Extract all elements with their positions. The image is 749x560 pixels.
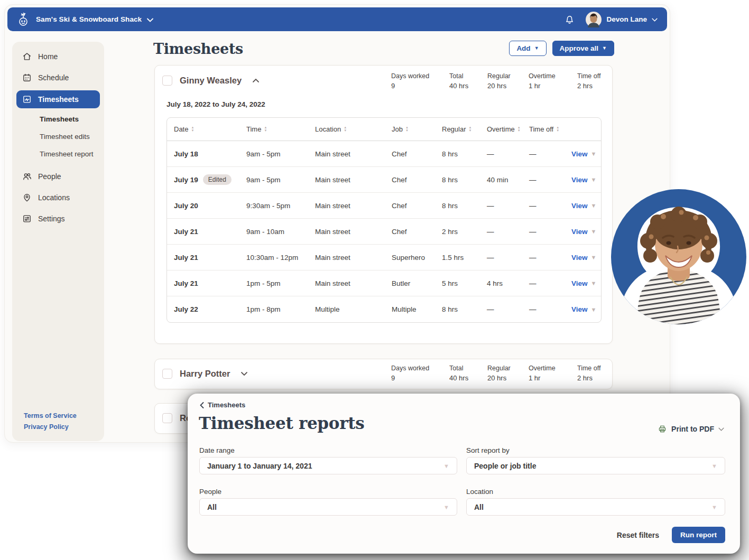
edited-badge: Edited [203, 174, 232, 185]
stat-label: Total [449, 72, 468, 80]
date-range-select[interactable]: January 1 to January 14, 2021▼ [199, 457, 457, 474]
sidebar-item-timesheets[interactable]: Timesheets [16, 90, 100, 108]
run-report-button[interactable]: Run report [672, 527, 725, 543]
approve-all-button[interactable]: Approve all ▼ [552, 41, 614, 56]
field-label-date-range: Date range [199, 446, 235, 454]
sidebar-item-label: Schedule [38, 73, 69, 82]
page-title: Timesheets [153, 41, 243, 57]
notification-bell-icon[interactable] [564, 14, 575, 25]
sort-icon: ▲▼ [264, 126, 267, 132]
sidebar-item-settings[interactable]: Settings [12, 208, 104, 229]
column-header-job[interactable]: Job▲▼ [392, 125, 442, 133]
view-link[interactable]: View [571, 228, 588, 236]
sidebar-item-locations[interactable]: Locations [12, 187, 104, 208]
stat-label: Total [449, 365, 468, 372]
chevron-down-icon[interactable] [241, 371, 248, 376]
employee-photo [611, 189, 746, 324]
stat-value: 1 hr [529, 374, 556, 382]
caret-down-icon: ▼ [711, 504, 717, 510]
chevron-down-icon [718, 427, 724, 431]
table-row: July 20 9:30am - 5pmMain streetChef 8 hr… [167, 193, 601, 219]
column-header-timeoff[interactable]: Time off▲▼ [529, 125, 571, 133]
column-header-time[interactable]: Time▲▼ [246, 125, 315, 133]
column-header-location[interactable]: Location▲▼ [315, 125, 392, 133]
field-label-location: Location [466, 488, 493, 496]
stat-value: 20 hrs [487, 374, 511, 382]
caret-down-icon[interactable]: ▼ [591, 151, 597, 157]
employee-card-harry: Harry Potter Days worked9 Total40 hrs Re… [154, 359, 613, 389]
chevron-up-icon[interactable] [252, 78, 260, 83]
modal-title: Timesheet reports [199, 414, 364, 433]
sort-icon: ▲▼ [469, 126, 472, 132]
column-header-date[interactable]: Date▲▼ [174, 125, 246, 133]
sidebar-item-schedule[interactable]: Schedule [12, 67, 104, 88]
back-to-timesheets-link[interactable]: Timesheets [200, 401, 245, 409]
sidebar-subitem-label: Timesheet report [40, 150, 94, 158]
caret-down-icon[interactable]: ▼ [591, 254, 597, 260]
view-link[interactable]: View [571, 176, 588, 184]
sidebar-item-people[interactable]: People [12, 166, 104, 187]
caret-down-icon: ▼ [711, 463, 717, 469]
sidebar-item-label: Home [38, 52, 58, 61]
sort-icon: ▲▼ [405, 126, 409, 132]
table-row: July 22 1pm - 8pmMultipleMultiple 8 hrs—… [167, 296, 601, 322]
stat-label: Overtime [529, 365, 556, 372]
table-row: July 18 9am - 5pmMain streetChef 8 hrs——… [167, 141, 601, 167]
sidebar-subitem-timesheets[interactable]: Timesheets [12, 110, 104, 128]
sort-report-by-select[interactable]: People or job title▼ [466, 457, 725, 474]
caret-down-icon[interactable]: ▼ [591, 176, 597, 183]
settings-sliders-icon [22, 213, 32, 224]
field-label-people: People [199, 488, 221, 496]
print-to-pdf-button[interactable]: Print to PDF [658, 424, 724, 434]
sort-icon: ▲▼ [556, 126, 559, 132]
stat-label: Time off [577, 72, 600, 80]
view-link[interactable]: View [571, 305, 588, 313]
sidebar-item-home[interactable]: Home [12, 46, 104, 67]
reset-filters-button[interactable]: Reset filters [617, 531, 659, 539]
view-link[interactable]: View [571, 254, 588, 262]
employee-checkbox[interactable] [162, 76, 172, 86]
sidebar-subitem-timesheet-report[interactable]: Timesheet report [12, 145, 104, 163]
sidebar-item-label: Settings [38, 214, 65, 223]
privacy-policy-link[interactable]: Privacy Policy [24, 423, 77, 431]
caret-down-icon[interactable]: ▼ [591, 280, 597, 286]
stat-value: 9 [391, 374, 429, 382]
sidebar-subitem-timesheet-edits[interactable]: Timesheet edits [12, 128, 104, 145]
stat-value: 20 hrs [487, 82, 511, 90]
stat-label: Regular [487, 365, 511, 372]
caret-down-icon: ▼ [602, 46, 607, 51]
view-link[interactable]: View [571, 202, 588, 210]
stat-label: Time off [577, 365, 600, 372]
people-select[interactable]: All▼ [199, 498, 457, 516]
add-button[interactable]: Add ▼ [509, 41, 546, 56]
stat-value: 9 [391, 82, 429, 90]
terms-of-service-link[interactable]: Terms of Service [24, 412, 77, 419]
app-canvas: Sam's Ski & Snowboard Shack [0, 0, 749, 560]
caret-down-icon: ▼ [443, 463, 449, 469]
location-select[interactable]: All▼ [466, 498, 725, 516]
employee-checkbox[interactable] [162, 413, 172, 423]
chevron-left-icon [200, 402, 204, 408]
sidebar-item-label: People [38, 172, 61, 181]
stat-label: Days worked [391, 365, 429, 372]
location-pin-icon [22, 192, 32, 203]
table-row: July 21 1pm - 5pmMain streetButler 5 hrs… [167, 270, 601, 296]
people-icon [22, 171, 32, 182]
stat-value: 2 hrs [577, 374, 600, 382]
view-link[interactable]: View [571, 279, 588, 287]
user-avatar [586, 12, 602, 27]
table-row: July 21 9am - 10amMain streetChef 2 hrs—… [167, 219, 601, 245]
sidebar-subitem-label: Timesheets [40, 115, 79, 123]
caret-down-icon[interactable]: ▼ [591, 306, 597, 313]
caret-down-icon[interactable]: ▼ [591, 202, 597, 209]
column-header-regular[interactable]: Regular▲▼ [442, 125, 487, 133]
user-menu[interactable]: Devon Lane [586, 12, 658, 27]
column-header-overtime[interactable]: Overtime▲▼ [487, 125, 529, 133]
company-menu[interactable]: Sam's Ski & Snowboard Shack [17, 12, 153, 27]
caret-down-icon[interactable]: ▼ [591, 228, 597, 235]
employee-checkbox[interactable] [162, 369, 172, 379]
stat-label: Regular [487, 72, 511, 80]
company-name: Sam's Ski & Snowboard Shack [36, 15, 142, 23]
sort-icon: ▲▼ [191, 126, 194, 132]
view-link[interactable]: View [571, 150, 588, 158]
